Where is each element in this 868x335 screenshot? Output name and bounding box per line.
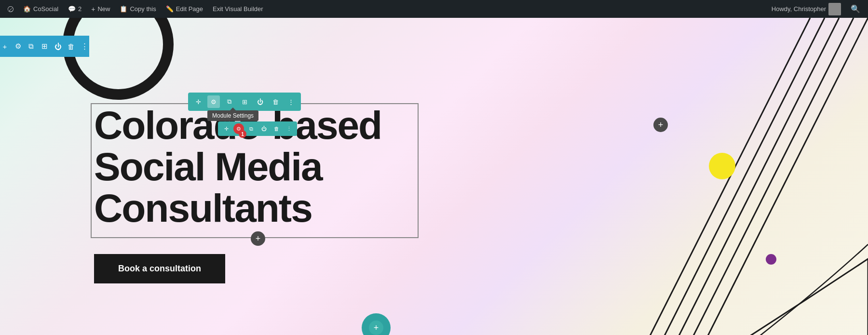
admin-bar-right: Howdy, Christopher 🔍: [768, 0, 864, 18]
mod-more-button[interactable]: ⋮: [285, 95, 297, 108]
mod-move-button[interactable]: ✛: [192, 95, 204, 108]
admin-bar-edit[interactable]: ✏️ Edit Page: [162, 0, 207, 18]
edit-label: Edit Page: [176, 5, 203, 13]
svg-line-2: [670, 18, 839, 335]
tooltip-text: Module Settings: [212, 112, 254, 119]
mod-trash-button[interactable]: 🗑: [269, 95, 282, 108]
vb-trash-button[interactable]: 🗑: [67, 40, 76, 53]
sub-trash-button[interactable]: 🗑: [271, 123, 282, 134]
mod-duplicate-button[interactable]: ⧉: [223, 95, 235, 108]
add-section-right[interactable]: +: [653, 118, 668, 132]
sub-module-toolbar: ✛ ⚙ 1 ⧉ ⏻ 🗑 ⋮: [218, 121, 297, 136]
comments-count: 2: [78, 5, 81, 13]
admin-bar-new[interactable]: + New: [87, 0, 114, 18]
user-avatar: [828, 3, 841, 15]
new-label: New: [97, 5, 110, 13]
mod-columns-button[interactable]: ⊞: [238, 95, 251, 108]
vb-power-button[interactable]: ⏻: [53, 40, 63, 53]
deco-dot-yellow: [709, 153, 735, 179]
sub-power-button[interactable]: ⏻: [258, 123, 269, 134]
book-consultation-button[interactable]: Book a consultation: [94, 254, 225, 283]
admin-bar-comments[interactable]: 💬 2: [64, 0, 85, 18]
add-row-bottom[interactable]: +: [369, 321, 383, 335]
sub-settings-badge: 1: [239, 130, 246, 138]
exit-builder-label: Exit Visual Builder: [213, 5, 263, 13]
admin-bar-copy[interactable]: 📋 Copy this: [116, 0, 160, 18]
admin-bar: 🏠 CoSocial 💬 2 + New 📋 Copy this ✏️ Edit…: [0, 0, 868, 18]
site-name: CoSocial: [33, 5, 58, 13]
copy-label: Copy this: [130, 5, 156, 13]
add-module-bottom[interactable]: +: [251, 231, 265, 246]
greeting-text: Howdy, Christopher: [772, 5, 826, 13]
module-toolbar: ✛ ⚙ ⧉ ⊞ ⏻ 🗑 ⋮: [188, 93, 301, 111]
admin-bar-site[interactable]: 🏠 CoSocial: [19, 0, 62, 18]
vb-duplicate-button[interactable]: ⧉: [27, 40, 36, 53]
vb-row-toolbar: + ⚙ ⧉ ⊞ ⏻ 🗑 ⋮: [0, 36, 89, 57]
sub-duplicate-button[interactable]: ⧉: [246, 123, 257, 134]
search-button[interactable]: 🔍: [847, 4, 864, 13]
user-greeting[interactable]: Howdy, Christopher: [768, 0, 845, 18]
module-settings-tooltip: Module Settings: [207, 110, 258, 121]
admin-bar-exit-builder[interactable]: Exit Visual Builder: [209, 0, 267, 18]
vb-more-button[interactable]: ⋮: [80, 40, 89, 53]
sub-more-button[interactable]: ⋮: [284, 123, 294, 134]
main-content: + ⚙ ⧉ ⊞ ⏻ 🗑 ⋮ ✛ ⚙ ⧉ ⊞ ⏻ 🗑 ⋮ Module Setti…: [0, 18, 868, 335]
mod-power-button[interactable]: ⏻: [254, 95, 266, 108]
book-btn-label: Book a consultation: [118, 264, 201, 273]
vb-lock-button[interactable]: ⊞: [40, 40, 50, 53]
svg-line-1: [685, 18, 854, 335]
vb-add-button[interactable]: +: [0, 40, 10, 53]
svg-line-3: [656, 18, 825, 335]
vb-settings-button[interactable]: ⚙: [14, 40, 23, 53]
deco-lines: [627, 18, 868, 335]
deco-dot-purple: [766, 254, 776, 265]
mod-settings-button[interactable]: ⚙: [207, 95, 220, 108]
sub-move-button[interactable]: ✛: [221, 123, 231, 134]
sub-settings-button[interactable]: ⚙ 1: [233, 123, 244, 134]
wp-logo[interactable]: [4, 2, 17, 16]
